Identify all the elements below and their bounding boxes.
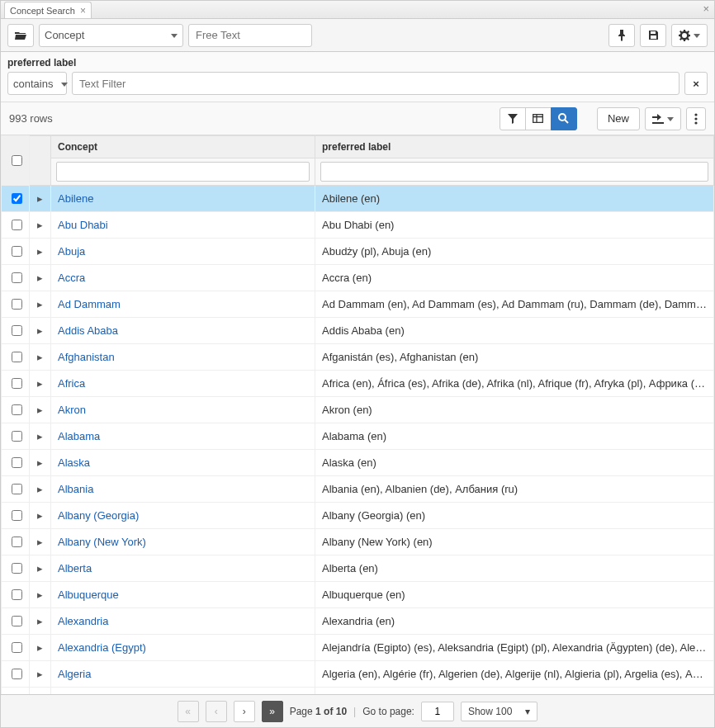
row-checkbox[interactable] — [12, 537, 22, 547]
concept-link[interactable]: Alexandria — [58, 615, 108, 627]
expand-row-button[interactable]: ▸ — [30, 688, 51, 695]
free-text-input[interactable] — [188, 24, 312, 47]
open-folder-button[interactable] — [7, 24, 34, 47]
expand-row-button[interactable]: ▸ — [30, 186, 51, 212]
expand-row-button[interactable]: ▸ — [30, 635, 51, 661]
pager-next-button[interactable]: › — [234, 701, 255, 722]
pager-prev-button[interactable]: ‹ — [206, 701, 227, 722]
table-row[interactable]: ▸AlaskaAlaska (en) — [2, 450, 714, 476]
row-checkbox[interactable] — [12, 510, 22, 521]
row-checkbox[interactable] — [12, 378, 22, 389]
table-row[interactable]: ▸AfricaAfrica (en), África (es), Afrika … — [2, 371, 714, 397]
table-row[interactable]: ▸Albany (Georgia)Albany (Georgia) (en) — [2, 503, 714, 529]
more-button[interactable] — [686, 107, 706, 130]
expand-row-button[interactable]: ▸ — [30, 555, 51, 582]
filter-op-combo[interactable]: contains — [7, 72, 67, 95]
expand-row-button[interactable]: ▸ — [30, 608, 51, 635]
pager-last-button[interactable]: » — [262, 701, 283, 722]
filter-text-input[interactable] — [72, 72, 679, 95]
expand-row-button[interactable]: ▸ — [30, 291, 51, 318]
search-button[interactable] — [551, 107, 577, 130]
table-row[interactable]: ▸AfghanistanAfganistán (es), Afghanistan… — [2, 344, 714, 371]
expand-row-button[interactable]: ▸ — [30, 582, 51, 608]
row-checkbox[interactable] — [12, 220, 22, 230]
table-row[interactable]: ▸Abu DhabiAbu Dhabi (en) — [2, 212, 714, 239]
row-checkbox[interactable] — [12, 616, 22, 626]
concept-column-filter[interactable] — [56, 162, 310, 182]
settings-button[interactable] — [671, 24, 708, 47]
expand-row-button[interactable]: ▸ — [30, 529, 51, 555]
concept-link[interactable]: Albania — [58, 483, 93, 495]
columns-button[interactable] — [525, 107, 552, 130]
table-row[interactable]: ▸AbileneAbilene (en) — [2, 186, 714, 212]
concept-link[interactable]: Albany (Georgia) — [58, 509, 139, 522]
concept-link[interactable]: Abu Dhabi — [58, 219, 108, 231]
concept-link[interactable]: Ad Dammam — [58, 298, 121, 310]
table-row[interactable]: ▸AlbuquerqueAlbuquerque (en) — [2, 582, 714, 608]
expand-row-button[interactable]: ▸ — [30, 371, 51, 397]
expand-row-button[interactable]: ▸ — [30, 397, 51, 423]
header-concept[interactable]: Concept — [51, 136, 315, 158]
concept-link[interactable]: Abuja — [58, 245, 85, 258]
concept-type-combo[interactable]: Concept — [39, 24, 183, 47]
expand-row-button[interactable]: ▸ — [30, 318, 51, 344]
table-row[interactable]: ▸Ad DammamAd Dammam (en), Ad Dammam (es)… — [2, 291, 714, 318]
table-row[interactable]: ▸AlabamaAlabama (en) — [2, 423, 714, 450]
table-row[interactable]: ▸AlgeriaAlgeria (en), Algérie (fr), Alge… — [2, 661, 714, 688]
expand-row-button[interactable]: ▸ — [30, 476, 51, 503]
row-checkbox[interactable] — [12, 484, 22, 494]
row-checkbox[interactable] — [12, 193, 22, 204]
row-checkbox[interactable] — [12, 272, 22, 283]
row-checkbox[interactable] — [12, 563, 22, 574]
table-row[interactable]: ▸AlexandriaAlexandria (en) — [2, 608, 714, 635]
table-row[interactable]: ▸AlgiersAlger (fr), Algier (de), Algier … — [2, 688, 714, 695]
expand-row-button[interactable]: ▸ — [30, 265, 51, 291]
expand-row-button[interactable]: ▸ — [30, 344, 51, 371]
concept-link[interactable]: Akron — [58, 404, 86, 416]
expand-row-button[interactable]: ▸ — [30, 503, 51, 529]
goto-page-input[interactable] — [421, 702, 454, 721]
header-label[interactable]: preferred label — [315, 136, 714, 158]
expand-row-button[interactable]: ▸ — [30, 212, 51, 239]
table-row[interactable]: ▸AlbaniaAlbania (en), Albanien (de), Алб… — [2, 476, 714, 503]
row-checkbox[interactable] — [12, 669, 22, 679]
table-scroll[interactable]: Concept preferred label ▸AbileneAbilene … — [1, 135, 714, 694]
concept-link[interactable]: Africa — [58, 377, 85, 390]
row-checkbox[interactable] — [12, 352, 22, 362]
row-checkbox[interactable] — [12, 589, 22, 600]
concept-link[interactable]: Alabama — [58, 430, 100, 442]
filter-button[interactable] — [500, 107, 526, 130]
tab-concept-search[interactable]: Concept Search × — [4, 2, 92, 18]
concept-link[interactable]: Albany (New York) — [58, 536, 146, 548]
concept-link[interactable]: Abilene — [58, 192, 93, 205]
expand-row-button[interactable]: ▸ — [30, 450, 51, 476]
close-window-icon[interactable]: × — [703, 2, 709, 15]
label-column-filter[interactable] — [320, 162, 708, 182]
expand-row-button[interactable]: ▸ — [30, 661, 51, 688]
row-checkbox[interactable] — [12, 642, 22, 653]
table-row[interactable]: ▸AccraAccra (en) — [2, 265, 714, 291]
table-row[interactable]: ▸Alexandria (Egypt)Alejandría (Egipto) (… — [2, 635, 714, 661]
concept-link[interactable]: Algeria — [58, 668, 91, 680]
select-all-checkbox[interactable] — [12, 155, 22, 166]
concept-link[interactable]: Addis Ababa — [58, 324, 118, 337]
concept-link[interactable]: Accra — [58, 272, 85, 284]
concept-link[interactable]: Albuquerque — [58, 589, 119, 601]
concept-link[interactable]: Alberta — [58, 562, 92, 574]
table-row[interactable]: ▸Albany (New York)Albany (New York) (en) — [2, 529, 714, 555]
table-row[interactable]: ▸AkronAkron (en) — [2, 397, 714, 423]
new-button[interactable]: New — [597, 107, 640, 130]
table-row[interactable]: ▸AlbertaAlberta (en) — [2, 555, 714, 582]
close-tab-icon[interactable]: × — [80, 6, 86, 16]
row-checkbox[interactable] — [12, 404, 22, 415]
pager-first-button[interactable]: « — [178, 701, 199, 722]
export-button[interactable] — [645, 107, 681, 130]
save-button[interactable] — [640, 24, 666, 47]
concept-link[interactable]: Alexandria (Egypt) — [58, 641, 146, 654]
clear-filter-button[interactable]: × — [684, 72, 708, 95]
concept-link[interactable]: Afghanistan — [58, 351, 115, 363]
concept-link[interactable]: Alaska — [58, 456, 90, 469]
row-checkbox[interactable] — [12, 431, 22, 442]
expand-row-button[interactable]: ▸ — [30, 239, 51, 265]
table-row[interactable]: ▸AbujaAbudży (pl), Abuja (en) — [2, 239, 714, 265]
